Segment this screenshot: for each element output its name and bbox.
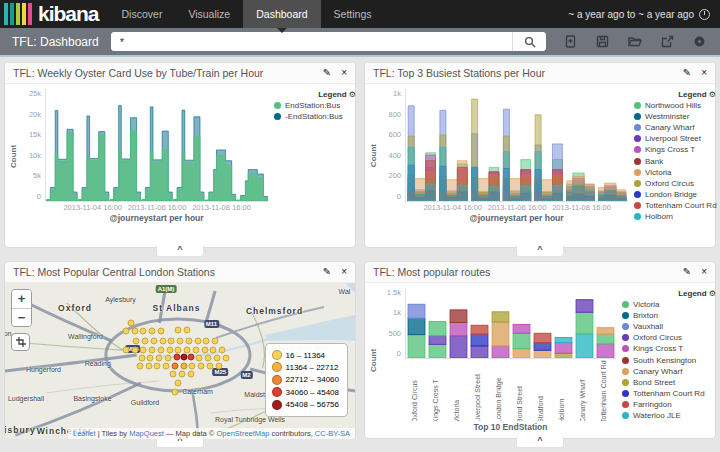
kibana-logo[interactable]: kibana xyxy=(0,0,109,28)
legend-item[interactable]: -EndStation:Bus xyxy=(274,112,358,121)
station-marker[interactable] xyxy=(203,337,210,344)
legend-item[interactable]: Westminster xyxy=(634,112,718,121)
query-input[interactable] xyxy=(111,32,512,51)
station-marker[interactable] xyxy=(213,354,220,361)
legend-item[interactable]: Holborn xyxy=(634,212,718,221)
station-marker[interactable] xyxy=(170,371,177,378)
station-marker[interactable] xyxy=(166,347,173,354)
station-marker[interactable] xyxy=(185,337,192,344)
station-marker[interactable] xyxy=(219,347,226,354)
legend-item[interactable]: Brixton xyxy=(622,311,718,320)
share-dashboard-button[interactable] xyxy=(661,35,674,48)
station-marker[interactable] xyxy=(154,362,161,369)
close-panel-icon[interactable]: × xyxy=(341,68,347,78)
station-marker[interactable] xyxy=(194,337,201,344)
station-marker[interactable] xyxy=(205,354,212,361)
mapquest-link[interactable]: MapQuest xyxy=(129,429,164,438)
bar-segment-Bond Street[interactable] xyxy=(492,312,509,322)
station-marker[interactable] xyxy=(215,362,222,369)
station-marker[interactable] xyxy=(196,354,203,361)
legend-item[interactable]: Oxford Circus xyxy=(622,333,718,342)
bar-segment-Victoria[interactable] xyxy=(429,322,446,336)
station-marker[interactable] xyxy=(136,362,143,369)
legend-item[interactable]: Waterloo JLE xyxy=(622,411,718,420)
bar-segment-Oxford Circus[interactable] xyxy=(471,346,488,358)
station-marker[interactable] xyxy=(171,362,178,369)
station-marker[interactable] xyxy=(175,326,182,333)
station-marker[interactable] xyxy=(122,328,129,335)
bar-segment-South Kensington[interactable] xyxy=(450,310,467,323)
bar-segment-Bond Street[interactable] xyxy=(555,353,572,358)
station-marker[interactable] xyxy=(187,371,194,378)
legend-item[interactable]: Victoria xyxy=(622,300,718,309)
close-panel-icon[interactable]: × xyxy=(341,267,347,277)
station-marker[interactable] xyxy=(163,362,170,369)
collapse-row-button[interactable]: ^ xyxy=(156,245,204,257)
nav-visualize[interactable]: Visualize xyxy=(175,0,243,28)
nav-settings[interactable]: Settings xyxy=(321,0,385,28)
zoom-in-button[interactable]: + xyxy=(12,290,31,308)
close-panel-icon[interactable]: × xyxy=(701,267,707,277)
stacked-bar-chart[interactable] xyxy=(405,288,616,359)
station-marker[interactable] xyxy=(177,337,184,344)
bar-segment-Farringdon[interactable] xyxy=(471,325,488,334)
legend-item[interactable]: Canary Wharf xyxy=(634,123,718,132)
station-marker[interactable] xyxy=(149,347,156,354)
edit-panel-icon[interactable]: ✎ xyxy=(323,68,331,78)
edit-panel-icon[interactable]: ✎ xyxy=(683,267,691,277)
station-marker[interactable] xyxy=(171,389,178,396)
bar-segment-Canary Wharf[interactable] xyxy=(492,322,509,346)
area-chart[interactable] xyxy=(45,89,268,202)
bar-segment-Kings Cross T[interactable] xyxy=(597,344,614,358)
collapse-row-button[interactable]: ^ xyxy=(516,436,564,448)
station-marker[interactable] xyxy=(180,354,187,361)
station-marker[interactable] xyxy=(206,362,213,369)
station-marker[interactable] xyxy=(198,362,205,369)
station-marker[interactable] xyxy=(178,371,185,378)
draw-filter-button[interactable] xyxy=(11,333,30,351)
station-marker[interactable] xyxy=(128,319,135,326)
legend-item[interactable]: South Kensington xyxy=(622,356,718,365)
load-dashboard-button[interactable] xyxy=(628,35,642,48)
legend-item[interactable]: Canary Wharf xyxy=(622,367,718,376)
station-marker[interactable] xyxy=(175,347,182,354)
bar-segment-Canary Wharf[interactable] xyxy=(534,350,551,358)
bar-segment-Waterloo JLE[interactable] xyxy=(576,334,593,358)
legend-item[interactable]: Farringdon xyxy=(622,400,718,409)
station-marker[interactable] xyxy=(149,328,156,335)
bar-segment-Victoria[interactable] xyxy=(429,345,446,359)
legend-item[interactable]: Liverpool Street xyxy=(634,134,718,143)
station-marker[interactable] xyxy=(212,337,219,344)
legend-item[interactable]: Vauxhall xyxy=(622,322,718,331)
station-marker[interactable] xyxy=(131,347,138,354)
station-marker[interactable] xyxy=(192,347,199,354)
station-marker[interactable] xyxy=(187,354,194,361)
station-marker[interactable] xyxy=(201,347,208,354)
bar-segment-Tottenham Court Rd[interactable] xyxy=(471,334,488,346)
license-link[interactable]: CC-BY-SA xyxy=(315,429,350,438)
collapse-row-button[interactable]: ^ xyxy=(516,245,564,257)
station-marker[interactable] xyxy=(175,379,182,386)
search-button[interactable] xyxy=(512,32,546,51)
station-marker[interactable] xyxy=(133,337,140,344)
bar-segment-Victoria[interactable] xyxy=(513,333,530,348)
station-marker[interactable] xyxy=(140,347,147,354)
station-marker[interactable] xyxy=(184,326,191,333)
legend-item[interactable]: London Bridge xyxy=(634,190,718,199)
series-EndStation:Bus[interactable] xyxy=(47,131,268,201)
station-marker[interactable] xyxy=(122,347,129,354)
legend-title[interactable]: Legend ⚙ xyxy=(274,90,356,99)
station-marker[interactable] xyxy=(156,354,163,361)
station-marker[interactable] xyxy=(145,362,152,369)
station-marker[interactable] xyxy=(157,328,164,335)
legend-item[interactable]: Kings Cross T xyxy=(622,344,718,353)
bar-segment-Canary Wharf[interactable] xyxy=(513,349,530,358)
legend-item[interactable]: Victoria xyxy=(634,168,718,177)
bar-segment-Brixton[interactable] xyxy=(408,318,425,334)
bar-segment-Farringdon[interactable] xyxy=(534,333,551,342)
zoom-out-button[interactable]: − xyxy=(12,308,31,326)
bar-segment-Kings Cross T[interactable] xyxy=(513,324,530,333)
station-marker[interactable] xyxy=(147,354,154,361)
bar-segment-Canary Wharf[interactable] xyxy=(597,328,614,335)
save-dashboard-button[interactable] xyxy=(596,35,609,48)
